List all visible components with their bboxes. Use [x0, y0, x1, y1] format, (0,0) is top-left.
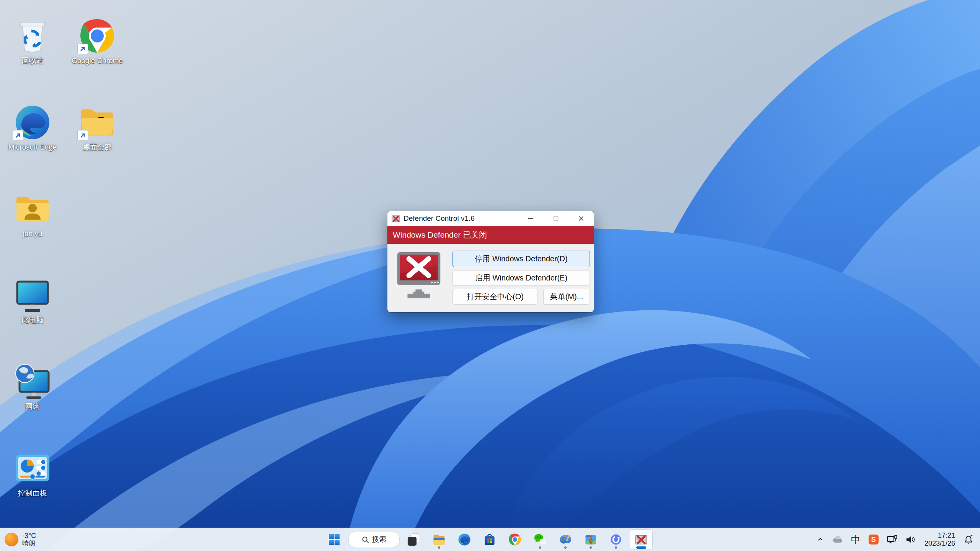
- maximize-button[interactable]: [543, 211, 568, 226]
- desktop-icon-label: Microsoft Edge: [8, 143, 57, 152]
- tray-date: 2023/1/26: [924, 540, 955, 548]
- taskbar-item-defender-control[interactable]: [630, 530, 652, 549]
- disable-defender-button[interactable]: 停用 Windows Defender(D): [452, 251, 590, 267]
- desktop-icon-desktop-all[interactable]: 桌面全部: [70, 103, 124, 152]
- taskbar: -3°C 晴朗 搜索: [0, 528, 980, 551]
- enable-defender-button[interactable]: 启用 Windows Defender(E): [452, 270, 590, 286]
- desktop-icon-label: 网络: [25, 403, 40, 411]
- google-chrome-icon: [508, 533, 521, 546]
- status-banner: Windows Defender 已关闭: [387, 226, 594, 244]
- defender-off-monitor-icon: [395, 251, 443, 302]
- loop-circle-icon: [609, 533, 622, 546]
- desktop-icon-label: 此电脑: [22, 316, 44, 324]
- microsoft-edge-icon: [458, 533, 471, 546]
- search-icon: [362, 536, 369, 543]
- taskbar-item-wechat[interactable]: [529, 530, 551, 549]
- zip-360-icon: [584, 533, 598, 546]
- taskbar-item-paint[interactable]: [554, 530, 577, 549]
- desktop-icon-network[interactable]: 网络: [6, 363, 59, 411]
- control-panel-icon: [13, 449, 52, 487]
- network-icon: [13, 363, 52, 401]
- user-folder-icon: [13, 190, 52, 228]
- minimize-button[interactable]: [518, 211, 543, 226]
- taskbar-item-google-chrome[interactable]: [504, 530, 526, 549]
- desktop-icon-recycle-bin[interactable]: 回收站: [6, 17, 59, 65]
- windows-logo-icon: [328, 533, 340, 546]
- tray-notifications[interactable]: z z: [962, 533, 975, 546]
- microsoft-store-icon: [483, 533, 497, 546]
- taskbar-item-file-explorer[interactable]: [428, 530, 450, 549]
- sunny-weather-icon: [5, 533, 18, 546]
- speaker-icon: [905, 535, 916, 544]
- desktop-icon-label: 控制面板: [18, 489, 47, 497]
- sogou-s-icon: S: [869, 535, 879, 544]
- svg-text:z: z: [972, 534, 973, 536]
- weather-temperature: -3°C: [22, 532, 36, 540]
- window-body: 停用 Windows Defender(D) 启用 Windows Defend…: [387, 244, 594, 312]
- task-view-icon: [407, 533, 420, 546]
- tray-ime-indicator[interactable]: 中: [850, 533, 862, 546]
- defender-control-window: Defender Control v1.6 Windows Defender 已…: [387, 211, 594, 312]
- search-placeholder: 搜索: [372, 535, 387, 544]
- open-security-center-button[interactable]: 打开安全中心(O): [452, 289, 538, 305]
- defender-control-app-icon: [391, 214, 400, 223]
- desktop-icon-label: 桌面全部: [83, 143, 112, 152]
- tray-clock[interactable]: 17:21 2023/1/26: [923, 531, 957, 548]
- shortcut-arrow-icon: [77, 130, 88, 141]
- desktop-icon-label: jun yu: [23, 230, 42, 238]
- desktop: 回收站 Google Chrome Microsoft Edge: [0, 0, 980, 551]
- wechat-icon: [533, 533, 547, 546]
- taskbar-item-360zip[interactable]: [580, 530, 602, 549]
- weather-condition: 晴朗: [22, 540, 36, 547]
- notification-bell-dnd-icon: z z: [964, 534, 974, 545]
- taskbar-item-microsoft-store[interactable]: [479, 530, 501, 549]
- google-chrome-icon: [78, 17, 116, 55]
- folder-qq-icon: [78, 103, 116, 142]
- taskbar-item-loop-app[interactable]: [605, 530, 627, 549]
- this-pc-icon: [13, 276, 52, 315]
- desktop-icon-control-panel[interactable]: 控制面板: [6, 449, 59, 497]
- defender-control-icon: [635, 533, 648, 546]
- desktop-icon-label: 回收站: [22, 57, 44, 65]
- tray-onedrive[interactable]: [831, 534, 844, 545]
- tray-volume[interactable]: [904, 534, 917, 545]
- chevron-up-icon: [817, 536, 824, 543]
- shortcut-arrow-icon: [13, 130, 23, 141]
- file-explorer-icon: [432, 533, 446, 546]
- desktop-icon-this-pc[interactable]: 此电脑: [6, 276, 59, 324]
- paint-icon: [559, 533, 572, 546]
- taskbar-weather-widget[interactable]: -3°C 晴朗: [5, 528, 36, 551]
- recycle-bin-icon: [13, 17, 52, 55]
- taskbar-item-task-view[interactable]: [403, 530, 425, 549]
- cloud-icon: [832, 535, 843, 544]
- tray-time: 17:21: [938, 531, 955, 540]
- microsoft-edge-icon: [13, 103, 52, 142]
- taskbar-search-box[interactable]: 搜索: [348, 531, 400, 548]
- desktop-icon-label: Google Chrome: [72, 57, 123, 65]
- shortcut-arrow-icon: [77, 44, 88, 54]
- taskbar-item-microsoft-edge[interactable]: [453, 530, 475, 549]
- close-button[interactable]: [568, 211, 594, 226]
- tray-sogou-input[interactable]: S: [867, 533, 880, 546]
- tray-overflow-chevron[interactable]: [815, 535, 825, 544]
- desktop-icon-user-folder[interactable]: jun yu: [6, 190, 59, 238]
- window-titlebar[interactable]: Defender Control v1.6: [387, 211, 594, 226]
- start-button[interactable]: [323, 530, 345, 549]
- window-title: Defender Control v1.6: [403, 214, 518, 223]
- desktop-icon-google-chrome[interactable]: Google Chrome: [70, 17, 124, 65]
- menu-button[interactable]: 菜单(M)...: [543, 289, 590, 305]
- desktop-icon-microsoft-edge[interactable]: Microsoft Edge: [6, 103, 59, 152]
- ethernet-network-icon: [887, 535, 897, 544]
- tray-network[interactable]: [885, 533, 898, 546]
